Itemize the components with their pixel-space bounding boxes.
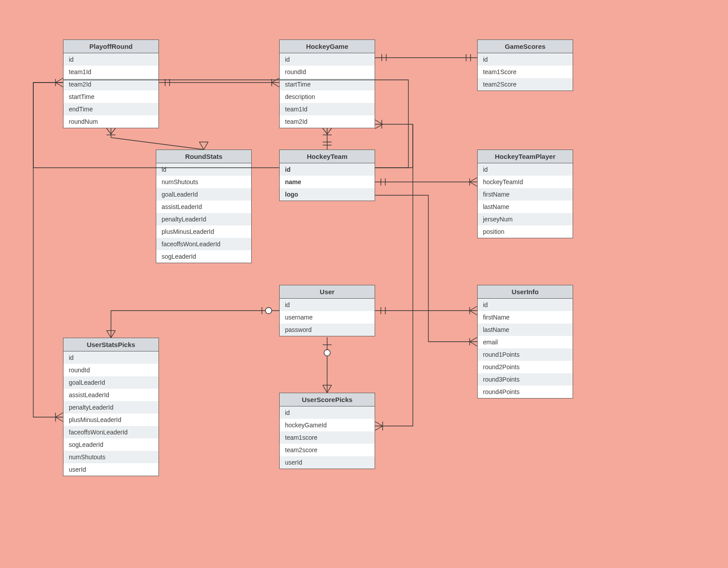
entity-field: name [280,176,375,188]
entity-field: sogLeaderId [156,250,251,263]
entity-field: roundId [63,364,158,376]
entity-title: UserInfo [478,285,573,299]
entity-field: roundNum [63,115,158,128]
svg-point-23 [265,308,272,314]
entity-field: assistLeaderId [156,201,251,213]
entity-field: round1Points [478,348,573,361]
entity-title: HockeyTeam [280,150,375,163]
entity-field: penaltyLeaderId [156,213,251,225]
entity-field: id [280,299,375,311]
entity-field: team1Id [63,66,158,78]
entity-field: description [280,91,375,103]
entity-field: startTime [63,91,158,103]
entity-field: startTime [280,78,375,91]
entity-title: RoundStats [156,150,251,163]
entity-field: team2Id [63,78,158,91]
entity-hockeyteamplayer: HockeyTeamPlayer id hockeyTeamId firstNa… [477,150,573,238]
entity-userscorepicks: UserScorePicks id hockeyGameId team1scor… [279,393,375,469]
entity-title: GameScores [478,40,573,53]
entity-field: faceoffsWonLeaderId [63,426,158,438]
entity-title: HockeyGame [280,40,375,53]
entity-field: goalLeaderId [156,188,251,201]
entity-field: team1score [280,431,375,444]
entity-field: id [280,406,375,419]
entity-title: User [280,285,375,299]
entity-field: team1Score [478,66,573,78]
entity-field: lastName [478,201,573,213]
entity-field: round3Points [478,373,573,386]
entity-field: id [478,53,573,66]
entity-field: sogLeaderId [63,438,158,451]
entity-field: round4Points [478,386,573,398]
entity-field: plusMinusLeaderId [63,414,158,426]
entity-field: lastName [478,323,573,336]
entity-field: plusMinusLeaderId [156,225,251,238]
entity-field: hockeyGameId [280,419,375,431]
entity-field: id [280,163,375,176]
entity-title: UserScorePicks [280,393,375,406]
entity-field: id [478,299,573,311]
entity-gamescores: GameScores id team1Score team2Score [477,39,573,91]
entity-field: faceoffsWonLeaderId [156,238,251,250]
entity-field: team1Id [280,103,375,115]
entity-field: firstName [478,311,573,323]
entity-field: team2Id [280,115,375,128]
entity-field: penaltyLeaderId [63,401,158,414]
entity-field: numShutouts [63,451,158,463]
entity-hockeygame: HockeyGame id roundId startTime descript… [279,39,375,128]
entity-field: team2Score [478,78,573,91]
entity-field: id [478,163,573,176]
entity-field: hockeyTeamId [478,176,573,188]
entity-field: firstName [478,188,573,201]
entity-field: numShutouts [156,176,251,188]
entity-hockeyteam: HockeyTeam id name logo [279,150,375,201]
entity-field: jerseyNum [478,213,573,225]
entity-field: id [63,53,158,66]
entity-field: endTime [63,103,158,115]
entity-title: UserStatsPicks [63,338,158,351]
entity-field: position [478,225,573,238]
entity-field: userId [280,456,375,469]
svg-point-28 [324,350,330,356]
entity-field: username [280,311,375,323]
entity-title: HockeyTeamPlayer [478,150,573,163]
entity-roundstats: RoundStats id numShutouts goalLeaderId a… [156,150,252,263]
entity-userstatspicks: UserStatsPicks id roundId goalLeaderId a… [63,338,159,476]
entity-user: User id username password [279,285,375,336]
entity-field: id [156,163,251,176]
entity-playoffround: PlayoffRound id team1Id team2Id startTim… [63,39,159,128]
entity-field: id [280,53,375,66]
entity-field: logo [280,188,375,201]
entity-title: PlayoffRound [63,40,158,53]
entity-field: email [478,336,573,348]
entity-field: password [280,323,375,336]
entity-field: team2score [280,444,375,456]
entity-field: goalLeaderId [63,376,158,389]
entity-field: id [63,351,158,364]
entity-field: roundId [280,66,375,78]
entity-field: round2Points [478,361,573,373]
entity-userinfo: UserInfo id firstName lastName email rou… [477,285,573,398]
entity-field: userId [63,463,158,476]
entity-field: assistLeaderId [63,389,158,401]
